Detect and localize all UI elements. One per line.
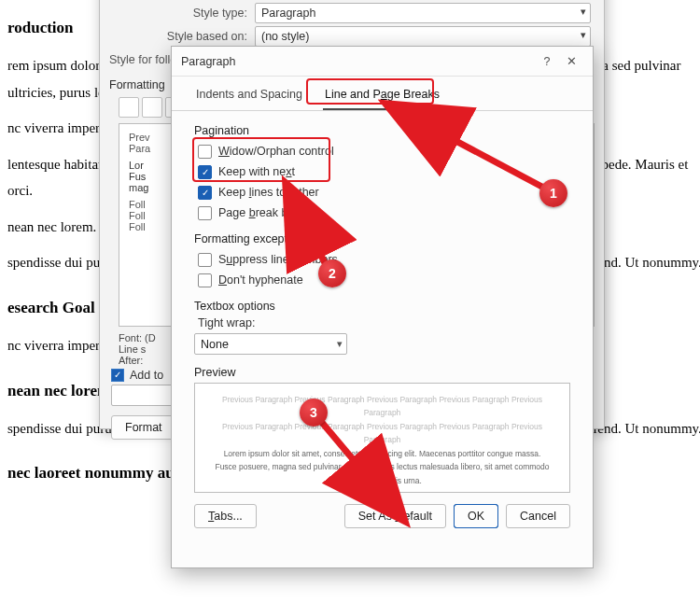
checkbox-icon: ✓ xyxy=(111,369,124,382)
group-pagination: Pagination xyxy=(194,124,570,137)
opt-widow-orphan[interactable]: Widow/Orphan control xyxy=(198,141,570,161)
tabstrip: Indents and Spacing Line and Page Breaks xyxy=(172,77,593,111)
opt-label: Suppress line numbers xyxy=(218,253,338,266)
combo-based-on[interactable]: (no style)▾ xyxy=(255,26,591,47)
ok-button[interactable]: OK xyxy=(454,504,498,528)
dialog-title: Paragraph xyxy=(181,55,535,68)
close-button[interactable]: ✕ xyxy=(559,54,583,68)
tab-indents-spacing[interactable]: Indents and Spacing xyxy=(194,82,304,110)
cancel-button[interactable]: Cancel xyxy=(506,504,570,528)
annotation-badge-1: 1 xyxy=(539,179,567,207)
preview-section: Preview Previous Paragraph Previous Para… xyxy=(194,366,570,493)
titlebar: Paragraph ? ✕ xyxy=(172,47,593,77)
preview-heading: Preview xyxy=(194,366,570,379)
label-based-on: Style based on: xyxy=(100,30,255,43)
chevron-down-icon: ▾ xyxy=(581,6,586,18)
opt-label: Keep with next xyxy=(218,165,295,178)
row-style-type: Style type: Paragraph▾ xyxy=(100,1,604,24)
annotation-badge-2: 2 xyxy=(318,259,346,287)
set-default-button[interactable]: Set As Default xyxy=(344,504,446,528)
checkbox-icon xyxy=(198,206,212,220)
tab-label: Line and Page Breaks xyxy=(325,88,440,101)
opt-label: Keep lines together xyxy=(218,186,319,199)
chevron-down-icon: ▾ xyxy=(337,338,343,350)
toolbar-button[interactable] xyxy=(142,97,162,118)
paragraph-dialog: Paragraph ? ✕ Indents and Spacing Line a… xyxy=(171,46,594,568)
checkbox-icon xyxy=(198,253,212,267)
group-textbox-options: Textbox options xyxy=(194,300,570,313)
annotation-badge-3: 3 xyxy=(300,399,328,427)
opt-dont-hyphenate[interactable]: Don't hyphenate xyxy=(198,270,570,290)
select-tight-wrap[interactable]: None▾ xyxy=(194,333,347,355)
opt-label: Don't hyphenate xyxy=(218,273,303,287)
help-button[interactable]: ? xyxy=(535,55,559,68)
label-style-type: Style type: xyxy=(100,7,255,20)
button-bar: Tabs... Set As Default OK Cancel xyxy=(172,493,593,528)
opt-keep-with-next[interactable]: ✓Keep with next xyxy=(198,161,570,182)
opt-label: Page break before xyxy=(218,206,315,219)
opt-keep-lines-together[interactable]: ✓Keep lines together xyxy=(198,182,570,203)
checkbox-icon xyxy=(198,145,212,159)
tabs-button[interactable]: Tabs... xyxy=(194,504,257,528)
opt-page-break-before[interactable]: Page break before xyxy=(198,203,570,223)
btn-label: Tabs... xyxy=(208,510,243,523)
combo-style-type[interactable]: Paragraph▾ xyxy=(255,3,591,23)
chevron-down-icon: ▾ xyxy=(581,29,586,41)
checkbox-icon: ✓ xyxy=(198,186,212,200)
tab-line-page-breaks[interactable]: Line and Page Breaks xyxy=(323,82,441,110)
preview-box: Previous Paragraph Previous Paragraph Pr… xyxy=(194,383,570,493)
checkbox-icon xyxy=(198,273,212,287)
opt-suppress-line-numbers[interactable]: Suppress line numbers xyxy=(198,249,570,270)
format-button[interactable]: Format xyxy=(111,415,176,440)
tab-pane-breaks: Pagination Widow/Orphan control ✓Keep wi… xyxy=(172,111,593,355)
group-formatting-exceptions: Formatting exceptions xyxy=(194,232,570,245)
label-tight-wrap: Tight wrap: xyxy=(198,316,570,329)
checkbox-icon: ✓ xyxy=(198,165,212,179)
toolbar-button[interactable] xyxy=(119,97,139,118)
row-based-on: Style based on: (no style)▾ xyxy=(100,24,604,48)
btn-label: Set As Default xyxy=(358,510,432,523)
opt-label: Widow/Orphan control xyxy=(218,145,334,158)
